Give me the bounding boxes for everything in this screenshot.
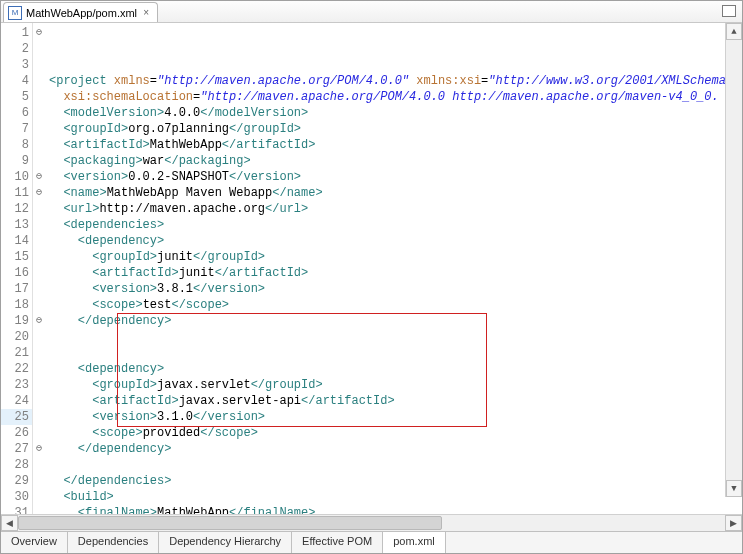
line-number: 28 — [1, 457, 32, 473]
code-line[interactable] — [49, 457, 742, 473]
fold-toggle-icon[interactable] — [33, 185, 45, 201]
line-number: 8 — [1, 137, 32, 153]
line-number: 22 — [1, 361, 32, 377]
code-line[interactable]: <version>3.8.1</version> — [49, 281, 742, 297]
line-number: 29 — [1, 473, 32, 489]
code-line[interactable] — [49, 345, 742, 361]
line-number: 4 — [1, 73, 32, 89]
code-line[interactable]: <groupId>javax.servlet</groupId> — [49, 377, 742, 393]
code-line[interactable]: <groupId>org.o7planning</groupId> — [49, 121, 742, 137]
fold-spacer — [33, 377, 45, 393]
file-tab[interactable]: M MathWebApp/pom.xml × — [3, 2, 158, 22]
fold-spacer — [33, 297, 45, 313]
line-number: 20 — [1, 329, 32, 345]
code-line[interactable]: </dependencies> — [49, 473, 742, 489]
close-tab-icon[interactable]: × — [141, 8, 151, 18]
vertical-scrollbar[interactable]: ▲ ▼ — [725, 23, 742, 497]
hscroll-thumb[interactable] — [18, 516, 442, 530]
line-number: 26 — [1, 425, 32, 441]
fold-spacer — [33, 89, 45, 105]
fold-toggle-icon[interactable] — [33, 169, 45, 185]
line-number: 27 — [1, 441, 32, 457]
code-line[interactable]: <artifactId>junit</artifactId> — [49, 265, 742, 281]
code-line[interactable]: <artifactId>javax.servlet-api</artifactI… — [49, 393, 742, 409]
fold-spacer — [33, 409, 45, 425]
code-line[interactable]: <scope>provided</scope> — [49, 425, 742, 441]
code-line[interactable]: </dependency> — [49, 313, 742, 329]
hscroll-track[interactable] — [18, 515, 725, 531]
code-line[interactable]: <scope>test</scope> — [49, 297, 742, 313]
line-number: 23 — [1, 377, 32, 393]
fold-spacer — [33, 233, 45, 249]
tabbar-toolbar — [724, 1, 742, 22]
line-number: 15 — [1, 249, 32, 265]
line-number: 30 — [1, 489, 32, 505]
code-editor[interactable]: 1234567891011121314151617181920212223242… — [1, 23, 742, 514]
fold-spacer — [33, 281, 45, 297]
code-line[interactable]: <packaging>war</packaging> — [49, 153, 742, 169]
fold-spacer — [33, 73, 45, 89]
fold-toggle-icon[interactable] — [33, 313, 45, 329]
fold-spacer — [33, 201, 45, 217]
fold-spacer — [33, 105, 45, 121]
xml-file-icon: M — [8, 6, 22, 20]
code-line[interactable]: <version>0.0.2-SNAPSHOT</version> — [49, 169, 742, 185]
fold-spacer — [33, 57, 45, 73]
scroll-up-icon[interactable]: ▲ — [726, 23, 742, 40]
code-line[interactable]: <version>3.1.0</version> — [49, 409, 742, 425]
line-number: 17 — [1, 281, 32, 297]
fold-spacer — [33, 505, 45, 514]
code-line[interactable]: xsi:schemaLocation="http://maven.apache.… — [49, 89, 742, 105]
fold-spacer — [33, 457, 45, 473]
bottom-tab-pom.xml[interactable]: pom.xml — [383, 532, 446, 553]
bottom-tab-dependencies[interactable]: Dependencies — [68, 532, 159, 553]
bottom-tab-effective-pom[interactable]: Effective POM — [292, 532, 383, 553]
code-line[interactable]: <dependencies> — [49, 217, 742, 233]
code-line[interactable]: <groupId>junit</groupId> — [49, 249, 742, 265]
code-line[interactable]: <build> — [49, 489, 742, 505]
fold-spacer — [33, 345, 45, 361]
restore-icon[interactable] — [724, 7, 736, 17]
code-line[interactable]: <dependency> — [49, 233, 742, 249]
fold-spacer — [33, 153, 45, 169]
code-line[interactable] — [49, 329, 742, 345]
line-number: 21 — [1, 345, 32, 361]
bottom-tab-dependency-hierarchy[interactable]: Dependency Hierarchy — [159, 532, 292, 553]
fold-spacer — [33, 425, 45, 441]
line-number: 5 — [1, 89, 32, 105]
code-line[interactable]: <finalName>MathWebApp</finalName> — [49, 505, 742, 514]
bottom-tab-overview[interactable]: Overview — [1, 532, 68, 553]
line-number: 1 — [1, 25, 32, 41]
file-tab-label: MathWebApp/pom.xml — [26, 7, 137, 19]
code-line[interactable]: <name>MathWebApp Maven Webapp</name> — [49, 185, 742, 201]
fold-spacer — [33, 473, 45, 489]
code-line[interactable]: <url>http://maven.apache.org</url> — [49, 201, 742, 217]
fold-spacer — [33, 121, 45, 137]
code-area[interactable]: <project xmlns="http://maven.apache.org/… — [45, 23, 742, 514]
code-line[interactable]: </dependency> — [49, 441, 742, 457]
line-number: 10 — [1, 169, 32, 185]
horizontal-scrollbar[interactable]: ◀ ▶ — [1, 514, 742, 531]
scroll-down-icon[interactable]: ▼ — [726, 480, 742, 497]
fold-spacer — [33, 393, 45, 409]
line-number: 3 — [1, 57, 32, 73]
fold-spacer — [33, 137, 45, 153]
line-number: 13 — [1, 217, 32, 233]
code-line[interactable]: <dependency> — [49, 361, 742, 377]
vscroll-track[interactable] — [726, 40, 742, 480]
line-number: 18 — [1, 297, 32, 313]
line-number: 25 — [1, 409, 32, 425]
code-line[interactable]: <project xmlns="http://maven.apache.org/… — [49, 73, 742, 89]
fold-toggle-icon[interactable] — [33, 441, 45, 457]
line-number: 7 — [1, 121, 32, 137]
fold-spacer — [33, 41, 45, 57]
line-number: 24 — [1, 393, 32, 409]
fold-toggle-icon[interactable] — [33, 25, 45, 41]
scroll-left-icon[interactable]: ◀ — [1, 515, 18, 531]
code-line[interactable]: <artifactId>MathWebApp</artifactId> — [49, 137, 742, 153]
scroll-right-icon[interactable]: ▶ — [725, 515, 742, 531]
fold-column[interactable] — [33, 23, 45, 514]
fold-spacer — [33, 329, 45, 345]
code-line[interactable]: <modelVersion>4.0.0</modelVersion> — [49, 105, 742, 121]
line-number: 31 — [1, 505, 32, 514]
